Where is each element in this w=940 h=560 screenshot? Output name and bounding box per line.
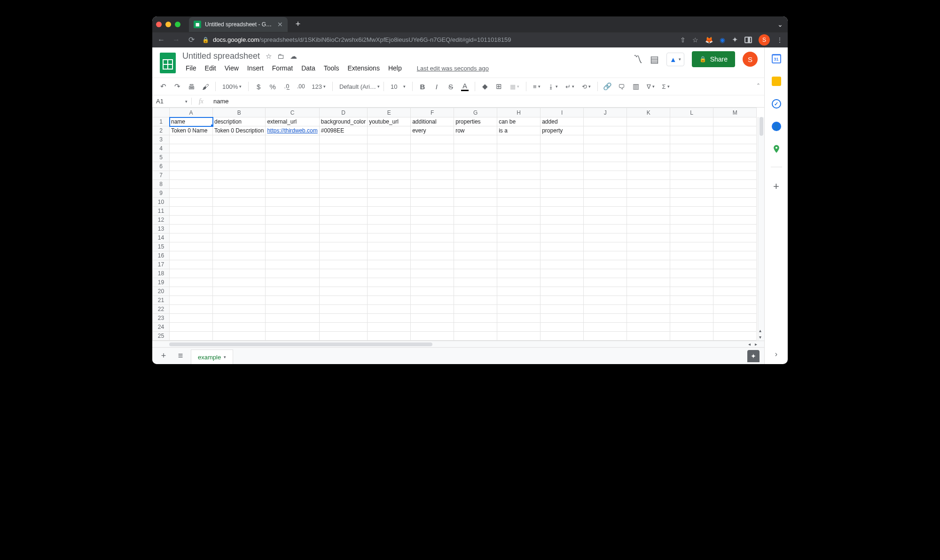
- menu-tools[interactable]: Tools: [321, 63, 343, 73]
- share-page-icon[interactable]: ⇧: [680, 36, 686, 44]
- cell[interactable]: [213, 269, 266, 278]
- cell[interactable]: [540, 260, 584, 269]
- cell[interactable]: can be: [497, 117, 540, 126]
- cell[interactable]: [170, 269, 213, 278]
- cell[interactable]: [266, 225, 319, 233]
- cell[interactable]: [411, 135, 454, 144]
- cell[interactable]: [713, 135, 757, 144]
- cell[interactable]: [584, 332, 627, 341]
- cell[interactable]: Token 0 Name: [170, 126, 213, 135]
- cell[interactable]: [497, 135, 540, 144]
- cell[interactable]: [627, 332, 670, 341]
- row-header[interactable]: 1: [153, 117, 170, 126]
- rotate-button[interactable]: ⟲▾: [579, 83, 594, 90]
- cell[interactable]: [670, 180, 713, 189]
- cell[interactable]: [319, 216, 367, 225]
- cell[interactable]: [497, 189, 540, 198]
- cell[interactable]: [670, 287, 713, 296]
- cell[interactable]: [319, 251, 367, 260]
- close-tab-icon[interactable]: ✕: [277, 21, 283, 28]
- cell[interactable]: [170, 260, 213, 269]
- cell[interactable]: [454, 135, 497, 144]
- cell[interactable]: [584, 251, 627, 260]
- cell[interactable]: [540, 296, 584, 305]
- move-icon[interactable]: 🗀: [277, 52, 284, 60]
- cell[interactable]: Token 0 Description: [213, 126, 266, 135]
- cell[interactable]: [213, 305, 266, 314]
- cell[interactable]: [368, 126, 411, 135]
- cell[interactable]: [670, 305, 713, 314]
- cell[interactable]: description: [213, 117, 266, 126]
- cell[interactable]: [411, 189, 454, 198]
- cell[interactable]: [319, 242, 367, 251]
- cell[interactable]: is a: [497, 126, 540, 135]
- print-button[interactable]: 🖶: [185, 80, 197, 93]
- cell[interactable]: [213, 242, 266, 251]
- close-window-icon[interactable]: [156, 22, 162, 27]
- cell[interactable]: [319, 225, 367, 233]
- cell[interactable]: [411, 180, 454, 189]
- cell[interactable]: [497, 162, 540, 171]
- decrease-decimal-button[interactable]: .0̲: [281, 80, 293, 93]
- cell[interactable]: [266, 135, 319, 144]
- cell[interactable]: [670, 207, 713, 216]
- cell[interactable]: [670, 242, 713, 251]
- chrome-dropdown-icon[interactable]: ⌄: [777, 21, 783, 28]
- col-header-J[interactable]: J: [584, 108, 627, 117]
- cell[interactable]: [627, 180, 670, 189]
- menu-view[interactable]: View: [221, 63, 242, 73]
- cell[interactable]: [266, 323, 319, 332]
- cell[interactable]: [584, 153, 627, 162]
- cell[interactable]: [540, 216, 584, 225]
- cell[interactable]: [368, 260, 411, 269]
- cell[interactable]: [497, 296, 540, 305]
- cell[interactable]: [213, 180, 266, 189]
- cell[interactable]: [411, 233, 454, 242]
- row-header[interactable]: 22: [153, 305, 170, 314]
- cell[interactable]: [411, 323, 454, 332]
- cell[interactable]: [584, 269, 627, 278]
- cell[interactable]: [411, 314, 454, 323]
- cell[interactable]: [411, 171, 454, 180]
- cell[interactable]: [713, 180, 757, 189]
- cell[interactable]: [713, 278, 757, 287]
- cell[interactable]: [670, 278, 713, 287]
- cell[interactable]: [319, 207, 367, 216]
- cell[interactable]: [713, 216, 757, 225]
- cell[interactable]: [454, 314, 497, 323]
- cell[interactable]: [497, 144, 540, 153]
- cell[interactable]: [411, 207, 454, 216]
- cell[interactable]: [497, 305, 540, 314]
- cell[interactable]: [213, 216, 266, 225]
- cell[interactable]: [713, 225, 757, 233]
- cell[interactable]: [540, 287, 584, 296]
- row-header[interactable]: 20: [153, 287, 170, 296]
- maximize-window-icon[interactable]: [175, 22, 180, 27]
- cell[interactable]: [368, 233, 411, 242]
- cell[interactable]: [454, 242, 497, 251]
- scroll-thumb[interactable]: [760, 117, 763, 136]
- cell[interactable]: [627, 117, 670, 126]
- cell[interactable]: [266, 233, 319, 242]
- cell[interactable]: [170, 180, 213, 189]
- cell[interactable]: [497, 153, 540, 162]
- cell[interactable]: [497, 269, 540, 278]
- name-box[interactable]: A1 ▾: [152, 98, 192, 105]
- cell[interactable]: #0098EE: [319, 126, 367, 135]
- cell[interactable]: [266, 189, 319, 198]
- cell[interactable]: [670, 153, 713, 162]
- last-edit-text[interactable]: Last edit was seconds ago: [414, 63, 492, 73]
- forward-button[interactable]: →: [172, 36, 180, 44]
- cell[interactable]: [584, 144, 627, 153]
- cell[interactable]: [713, 153, 757, 162]
- cell[interactable]: [627, 162, 670, 171]
- cell[interactable]: [411, 198, 454, 207]
- cell[interactable]: [213, 296, 266, 305]
- cell[interactable]: youtube_url: [368, 117, 411, 126]
- cell[interactable]: [670, 332, 713, 341]
- col-header-K[interactable]: K: [627, 108, 670, 117]
- new-tab-button[interactable]: +: [291, 18, 305, 31]
- cell[interactable]: [713, 260, 757, 269]
- cell[interactable]: [411, 305, 454, 314]
- cell[interactable]: [454, 144, 497, 153]
